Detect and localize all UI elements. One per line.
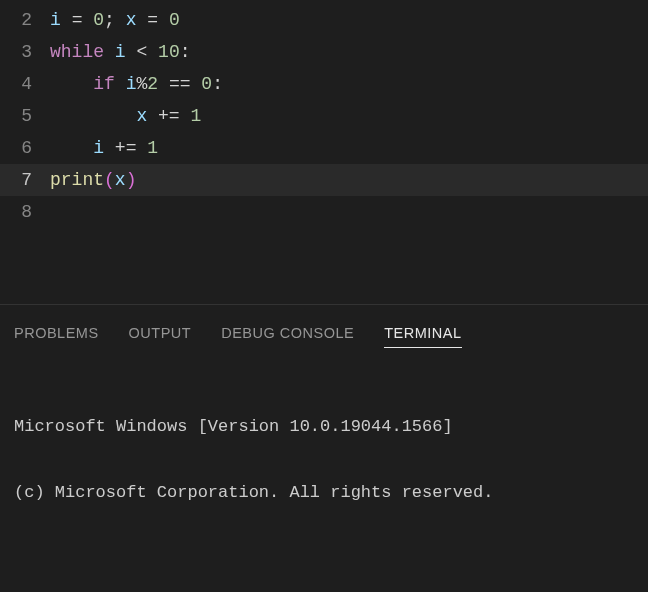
code-line[interactable]: 6 i += 1 — [0, 132, 648, 164]
code-content[interactable]: print(x) — [50, 164, 648, 196]
tab-output[interactable]: OUTPUT — [129, 325, 192, 348]
line-number: 8 — [0, 196, 50, 228]
tab-problems[interactable]: PROBLEMS — [14, 325, 99, 348]
terminal-line: Microsoft Windows [Version 10.0.19044.15… — [14, 416, 648, 438]
code-line[interactable]: 3 while i < 10: — [0, 36, 648, 68]
line-number: 3 — [0, 36, 50, 68]
line-number: 5 — [0, 100, 50, 132]
line-number: 6 — [0, 132, 50, 164]
code-line-active[interactable]: 7 print(x) — [0, 164, 648, 196]
code-line[interactable]: 5 x += 1 — [0, 100, 648, 132]
code-editor[interactable]: 2 i = 0; x = 0 3 while i < 10: 4 if i%2 … — [0, 0, 648, 304]
code-line[interactable]: 4 if i%2 == 0: — [0, 68, 648, 100]
terminal-line: (c) Microsoft Corporation. All rights re… — [14, 482, 648, 504]
code-content[interactable]: while i < 10: — [50, 36, 648, 68]
code-content[interactable]: i += 1 — [50, 132, 648, 164]
tab-debug-console[interactable]: DEBUG CONSOLE — [221, 325, 354, 348]
line-number: 2 — [0, 4, 50, 36]
code-content[interactable]: if i%2 == 0: — [50, 68, 648, 100]
code-line[interactable]: 2 i = 0; x = 0 — [0, 4, 648, 36]
bottom-panel: PROBLEMS OUTPUT DEBUG CONSOLE TERMINAL M… — [0, 305, 648, 592]
panel-tabs: PROBLEMS OUTPUT DEBUG CONSOLE TERMINAL — [0, 325, 648, 348]
code-content[interactable]: x += 1 — [50, 100, 648, 132]
line-number: 7 — [0, 164, 50, 196]
code-content[interactable]: i = 0; x = 0 — [50, 4, 648, 36]
tab-terminal[interactable]: TERMINAL — [384, 325, 461, 348]
terminal-output[interactable]: Microsoft Windows [Version 10.0.19044.15… — [0, 372, 648, 592]
code-line[interactable]: 8 — [0, 196, 648, 228]
line-number: 4 — [0, 68, 50, 100]
